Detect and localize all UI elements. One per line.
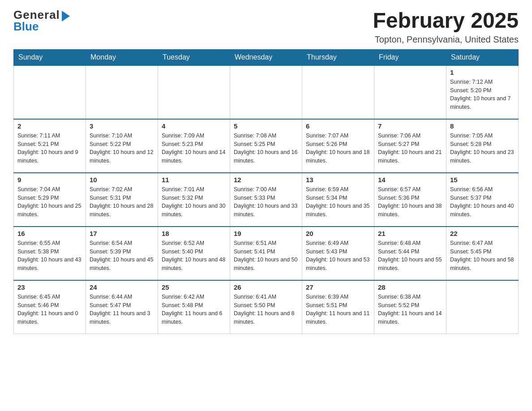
- day-number: 11: [162, 176, 226, 184]
- sun-info: Sunrise: 7:05 AMSunset: 5:28 PMDaylight:…: [450, 132, 515, 165]
- day-number: 27: [306, 283, 370, 291]
- day-number: 23: [17, 283, 82, 291]
- location-subtitle: Topton, Pennsylvania, United States: [373, 34, 519, 45]
- sun-info: Sunrise: 7:07 AMSunset: 5:26 PMDaylight:…: [306, 132, 370, 165]
- day-number: 6: [306, 122, 370, 130]
- day-number: 9: [17, 176, 82, 184]
- sun-info: Sunrise: 6:52 AMSunset: 5:40 PMDaylight:…: [162, 239, 226, 273]
- sun-info: Sunrise: 7:12 AMSunset: 5:20 PMDaylight:…: [450, 78, 515, 111]
- sun-info: Sunrise: 7:01 AMSunset: 5:32 PMDaylight:…: [162, 185, 226, 219]
- sun-info: Sunrise: 7:06 AMSunset: 5:27 PMDaylight:…: [378, 132, 442, 165]
- sun-info: Sunrise: 6:39 AMSunset: 5:51 PMDaylight:…: [306, 293, 370, 326]
- col-saturday: Saturday: [446, 49, 519, 65]
- table-row: 23Sunrise: 6:45 AMSunset: 5:46 PMDayligh…: [14, 280, 86, 334]
- sun-info: Sunrise: 6:51 AMSunset: 5:41 PMDaylight:…: [234, 239, 298, 273]
- table-row: 2Sunrise: 7:11 AMSunset: 5:21 PMDaylight…: [14, 119, 86, 173]
- table-row: 12Sunrise: 7:00 AMSunset: 5:33 PMDayligh…: [230, 173, 302, 227]
- day-number: 2: [17, 122, 82, 130]
- day-number: 8: [450, 122, 515, 130]
- table-row: [374, 65, 446, 119]
- table-row: 26Sunrise: 6:41 AMSunset: 5:50 PMDayligh…: [230, 280, 302, 334]
- sun-info: Sunrise: 6:54 AMSunset: 5:39 PMDaylight:…: [90, 239, 154, 273]
- calendar-header-row: Sunday Monday Tuesday Wednesday Thursday…: [14, 49, 519, 65]
- day-number: 10: [90, 176, 154, 184]
- day-number: 13: [306, 176, 370, 184]
- day-number: 26: [234, 283, 298, 291]
- table-row: 25Sunrise: 6:42 AMSunset: 5:48 PMDayligh…: [158, 280, 230, 334]
- sun-info: Sunrise: 7:00 AMSunset: 5:33 PMDaylight:…: [234, 185, 298, 219]
- table-row: 19Sunrise: 6:51 AMSunset: 5:41 PMDayligh…: [230, 227, 302, 280]
- sun-info: Sunrise: 7:04 AMSunset: 5:29 PMDaylight:…: [17, 185, 82, 219]
- table-row: 4Sunrise: 7:09 AMSunset: 5:23 PMDaylight…: [158, 119, 230, 173]
- table-row: 17Sunrise: 6:54 AMSunset: 5:39 PMDayligh…: [86, 227, 158, 280]
- table-row: 28Sunrise: 6:38 AMSunset: 5:52 PMDayligh…: [374, 280, 446, 334]
- day-number: 22: [450, 230, 515, 237]
- table-row: 9Sunrise: 7:04 AMSunset: 5:29 PMDaylight…: [14, 173, 86, 227]
- table-row: 24Sunrise: 6:44 AMSunset: 5:47 PMDayligh…: [86, 280, 158, 334]
- col-tuesday: Tuesday: [158, 49, 230, 65]
- calendar-week-row: 2Sunrise: 7:11 AMSunset: 5:21 PMDaylight…: [14, 119, 519, 173]
- day-number: 14: [378, 176, 442, 184]
- table-row: 11Sunrise: 7:01 AMSunset: 5:32 PMDayligh…: [158, 173, 230, 227]
- table-row: 5Sunrise: 7:08 AMSunset: 5:25 PMDaylight…: [230, 119, 302, 173]
- table-row: 6Sunrise: 7:07 AMSunset: 5:26 PMDaylight…: [302, 119, 374, 173]
- sun-info: Sunrise: 6:49 AMSunset: 5:43 PMDaylight:…: [306, 239, 370, 273]
- day-number: 5: [234, 122, 298, 130]
- sun-info: Sunrise: 6:38 AMSunset: 5:52 PMDaylight:…: [378, 293, 442, 326]
- table-row: 13Sunrise: 6:59 AMSunset: 5:34 PMDayligh…: [302, 173, 374, 227]
- table-row: [158, 65, 230, 119]
- sun-info: Sunrise: 6:47 AMSunset: 5:45 PMDaylight:…: [450, 239, 515, 273]
- sun-info: Sunrise: 6:55 AMSunset: 5:38 PMDaylight:…: [17, 239, 82, 273]
- calendar-week-row: 23Sunrise: 6:45 AMSunset: 5:46 PMDayligh…: [14, 280, 519, 334]
- day-number: 18: [162, 230, 226, 237]
- day-number: 3: [90, 122, 154, 130]
- table-row: 18Sunrise: 6:52 AMSunset: 5:40 PMDayligh…: [158, 227, 230, 280]
- day-number: 12: [234, 176, 298, 184]
- day-number: 28: [378, 283, 442, 291]
- day-number: 21: [378, 230, 442, 237]
- logo-arrow-icon: [62, 11, 70, 21]
- table-row: [86, 65, 158, 119]
- col-monday: Monday: [86, 49, 158, 65]
- col-sunday: Sunday: [14, 49, 86, 65]
- day-number: 7: [378, 122, 442, 130]
- table-row: 21Sunrise: 6:48 AMSunset: 5:44 PMDayligh…: [374, 227, 446, 280]
- sun-info: Sunrise: 6:45 AMSunset: 5:46 PMDaylight:…: [17, 293, 82, 326]
- day-number: 15: [450, 176, 515, 184]
- table-row: 22Sunrise: 6:47 AMSunset: 5:45 PMDayligh…: [446, 227, 519, 280]
- sun-info: Sunrise: 6:41 AMSunset: 5:50 PMDaylight:…: [234, 293, 298, 326]
- sun-info: Sunrise: 6:59 AMSunset: 5:34 PMDaylight:…: [306, 185, 370, 219]
- table-row: [14, 65, 86, 119]
- day-number: 19: [234, 230, 298, 237]
- sun-info: Sunrise: 6:56 AMSunset: 5:37 PMDaylight:…: [450, 185, 515, 219]
- table-row: 3Sunrise: 7:10 AMSunset: 5:22 PMDaylight…: [86, 119, 158, 173]
- title-block: February 2025 Topton, Pennsylvania, Unit…: [373, 9, 519, 45]
- calendar-week-row: 9Sunrise: 7:04 AMSunset: 5:29 PMDaylight…: [14, 173, 519, 227]
- sun-info: Sunrise: 7:02 AMSunset: 5:31 PMDaylight:…: [90, 185, 154, 219]
- table-row: 8Sunrise: 7:05 AMSunset: 5:28 PMDaylight…: [446, 119, 519, 173]
- table-row: 15Sunrise: 6:56 AMSunset: 5:37 PMDayligh…: [446, 173, 519, 227]
- table-row: [230, 65, 302, 119]
- sun-info: Sunrise: 7:10 AMSunset: 5:22 PMDaylight:…: [90, 132, 154, 165]
- day-number: 4: [162, 122, 226, 130]
- table-row: 16Sunrise: 6:55 AMSunset: 5:38 PMDayligh…: [14, 227, 86, 280]
- col-friday: Friday: [374, 49, 446, 65]
- table-row: [446, 280, 519, 334]
- logo-blue: Blue: [13, 21, 60, 32]
- day-number: 20: [306, 230, 370, 237]
- sun-info: Sunrise: 6:48 AMSunset: 5:44 PMDaylight:…: [378, 239, 442, 273]
- calendar-week-row: 1Sunrise: 7:12 AMSunset: 5:20 PMDaylight…: [14, 65, 519, 119]
- month-year-title: February 2025: [373, 9, 519, 33]
- day-number: 1: [450, 68, 515, 76]
- sun-info: Sunrise: 7:09 AMSunset: 5:23 PMDaylight:…: [162, 132, 226, 165]
- table-row: 20Sunrise: 6:49 AMSunset: 5:43 PMDayligh…: [302, 227, 374, 280]
- col-wednesday: Wednesday: [230, 49, 302, 65]
- table-row: 1Sunrise: 7:12 AMSunset: 5:20 PMDaylight…: [446, 65, 519, 119]
- sun-info: Sunrise: 6:57 AMSunset: 5:36 PMDaylight:…: [378, 185, 442, 219]
- calendar-week-row: 16Sunrise: 6:55 AMSunset: 5:38 PMDayligh…: [14, 227, 519, 280]
- day-number: 24: [90, 283, 154, 291]
- table-row: 7Sunrise: 7:06 AMSunset: 5:27 PMDaylight…: [374, 119, 446, 173]
- sun-info: Sunrise: 7:08 AMSunset: 5:25 PMDaylight:…: [234, 132, 298, 165]
- day-number: 25: [162, 283, 226, 291]
- logo-general: General: [13, 9, 60, 21]
